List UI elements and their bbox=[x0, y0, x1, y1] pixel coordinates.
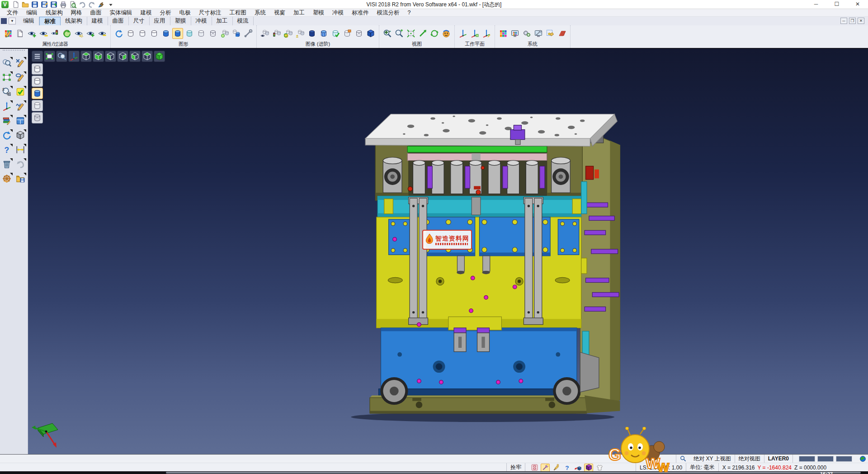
menu-6[interactable]: 建模 bbox=[137, 9, 156, 17]
menu-16[interactable]: 标准件 bbox=[348, 9, 373, 17]
view-ref-label[interactable]: 绝对视图 bbox=[735, 455, 764, 463]
status-cube-purple-icon[interactable] bbox=[584, 464, 593, 472]
qa-save-icon[interactable] bbox=[31, 0, 39, 9]
menu-17[interactable]: 模流分析 bbox=[373, 9, 404, 17]
menu-18[interactable]: ? bbox=[404, 9, 415, 17]
tool-cyl-dark-icon[interactable] bbox=[307, 28, 317, 39]
dock-folder-save-icon[interactable] bbox=[14, 173, 26, 185]
tool-wrench-icon[interactable] bbox=[243, 28, 254, 39]
tool-cyl-outline-icon[interactable] bbox=[137, 28, 148, 39]
dock-question-icon[interactable]: ? bbox=[1, 144, 13, 156]
menu-5[interactable]: 实体编辑 bbox=[106, 9, 137, 17]
dock-pencil-n-icon[interactable] bbox=[14, 100, 26, 112]
status-question-blue-icon[interactable]: ? bbox=[562, 464, 571, 472]
tab-编辑[interactable]: 编辑 bbox=[19, 17, 39, 26]
qa-print-icon[interactable] bbox=[59, 0, 67, 9]
menu-9[interactable]: 尺寸标注 bbox=[195, 9, 226, 17]
qa-preview-icon[interactable] bbox=[69, 0, 77, 9]
color-swatch-2[interactable] bbox=[836, 456, 852, 462]
view-cube-iso-icon[interactable] bbox=[154, 51, 165, 62]
color-swatch-0[interactable] bbox=[799, 456, 815, 462]
tool-copy-pages-icon[interactable] bbox=[14, 28, 25, 39]
tool-color-grid-icon[interactable] bbox=[498, 28, 509, 39]
view-cube-bottom-icon[interactable] bbox=[93, 51, 104, 62]
tool-eye-add-icon[interactable] bbox=[85, 28, 96, 39]
qa-open-folder-icon[interactable] bbox=[21, 0, 29, 9]
status-lock-grid-icon[interactable] bbox=[530, 464, 539, 472]
viewport-3d[interactable]: 智造资料网 bbox=[28, 49, 868, 454]
display-cyl-blue-icon[interactable] bbox=[32, 88, 43, 99]
tab-模流[interactable]: 模流 bbox=[233, 17, 254, 26]
dock-refresh-blue-icon[interactable] bbox=[1, 129, 13, 141]
tool-window-palette-icon[interactable] bbox=[509, 28, 520, 39]
color-swatch-1[interactable] bbox=[817, 456, 834, 462]
view-mode-label[interactable]: 绝对 XY 上视图 bbox=[690, 455, 734, 463]
tool-cyls-eye-icon[interactable] bbox=[259, 28, 270, 39]
tool-cube-blue-icon[interactable] bbox=[365, 28, 376, 39]
qa-stamp-icon[interactable] bbox=[97, 0, 105, 9]
mdi-control-1[interactable]: ❐ bbox=[849, 18, 856, 24]
menu-1[interactable]: 编辑 bbox=[22, 9, 42, 17]
dock-check-yellow-icon[interactable] bbox=[14, 86, 26, 98]
display-cyl-wire-icon[interactable] bbox=[32, 112, 43, 123]
tab-塑膜[interactable]: 塑膜 bbox=[170, 17, 191, 26]
view-cube-front-icon[interactable] bbox=[105, 51, 116, 62]
tool-eye-refresh-icon[interactable] bbox=[61, 28, 72, 39]
tool-refresh-blue-icon[interactable] bbox=[113, 28, 124, 39]
dock-cube-gray-icon[interactable] bbox=[14, 129, 26, 141]
tool-zoom-arrows-icon[interactable] bbox=[394, 28, 405, 39]
dock-trash-icon[interactable] bbox=[1, 158, 13, 170]
tool-orbit-icon[interactable] bbox=[429, 28, 440, 39]
tool-cyl-check-icon[interactable] bbox=[330, 28, 341, 39]
tool-cyl-striped-icon[interactable] bbox=[318, 28, 329, 39]
tool-cyl-outline-icon[interactable] bbox=[149, 28, 160, 39]
tool-cyls-traffic-icon[interactable] bbox=[271, 28, 282, 39]
menu-15[interactable]: 冲模 bbox=[328, 9, 348, 17]
view-cube-right-icon[interactable] bbox=[117, 51, 128, 62]
tool-cyl-blue-icon[interactable] bbox=[172, 28, 183, 39]
tab-应用[interactable]: 应用 bbox=[150, 17, 170, 26]
tab-加工[interactable]: 加工 bbox=[212, 17, 233, 26]
tool-palette-brush-icon[interactable] bbox=[3, 28, 14, 39]
menu-10[interactable]: 工程图 bbox=[226, 9, 251, 17]
tool-cyl-wire-icon[interactable] bbox=[208, 28, 218, 39]
menu-11[interactable]: 系统 bbox=[250, 9, 270, 17]
tool-cyl-copy-icon[interactable] bbox=[231, 28, 242, 39]
tool-wp-axis-icon[interactable] bbox=[458, 28, 468, 39]
tab-曲面[interactable]: 曲面 bbox=[108, 17, 129, 26]
windows-taskbar-edge[interactable]: 16:27 bbox=[0, 471, 868, 474]
tool-eye-remove-icon[interactable] bbox=[97, 28, 108, 39]
menu-13[interactable]: 加工 bbox=[289, 9, 309, 17]
menu-14[interactable]: 塑模 bbox=[309, 9, 328, 17]
dock-measure-icon[interactable] bbox=[14, 144, 26, 156]
tool-eye-plus-icon[interactable] bbox=[26, 28, 37, 39]
tool-zoom-rect-icon[interactable] bbox=[406, 28, 416, 39]
tool-cyl-flag-icon[interactable] bbox=[342, 28, 353, 39]
qa-new-file-icon[interactable] bbox=[12, 0, 20, 9]
tool-eye-plusminus-icon[interactable]: +/- bbox=[73, 28, 84, 39]
tool-wp-axis2-icon[interactable] bbox=[469, 28, 480, 39]
view-axis-d-icon[interactable] bbox=[68, 51, 80, 62]
tab-冲模[interactable]: 冲模 bbox=[191, 17, 212, 26]
tool-cyl-cyan-icon[interactable] bbox=[184, 28, 195, 39]
tool-cyl-pale-icon[interactable] bbox=[196, 28, 207, 39]
display-cyl-outline-icon[interactable] bbox=[32, 76, 43, 87]
tool-cyls-plusminus-icon[interactable]: ± bbox=[295, 28, 306, 39]
minimize-button[interactable]: ─ bbox=[806, 0, 826, 9]
menu-8[interactable]: 电极 bbox=[175, 9, 195, 17]
tab-dropdown-button[interactable]: ▼ bbox=[9, 18, 16, 24]
mdi-control-2[interactable]: ✕ bbox=[858, 18, 864, 24]
tab-建模[interactable]: 建模 bbox=[87, 17, 108, 26]
qa-dropdown-icon[interactable] bbox=[107, 0, 115, 9]
qa-save-all-icon[interactable] bbox=[50, 0, 58, 9]
menu-7[interactable]: 分析 bbox=[156, 9, 175, 17]
tool-arrow-diag-icon[interactable] bbox=[417, 28, 428, 39]
tool-eye-traffic-icon[interactable] bbox=[50, 28, 61, 39]
status-wand-icon[interactable] bbox=[541, 464, 550, 472]
dock-pencil-x-icon[interactable] bbox=[14, 57, 26, 69]
status-search[interactable] bbox=[676, 455, 690, 463]
tab-标准[interactable]: 标准 bbox=[39, 17, 61, 26]
tool-window-wrench-icon[interactable] bbox=[533, 28, 544, 39]
dock-axis-small-icon[interactable] bbox=[1, 100, 13, 112]
menu-2[interactable]: 线架构 bbox=[42, 9, 67, 17]
